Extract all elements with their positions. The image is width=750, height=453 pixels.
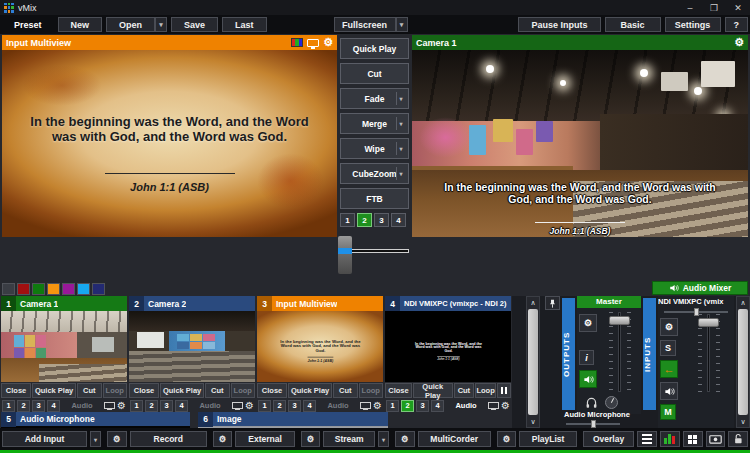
bank-4-button[interactable]: 4 <box>391 213 406 227</box>
overlay-3-button[interactable]: 3 <box>288 400 301 412</box>
cut-button[interactable]: Cut <box>205 383 229 398</box>
snapshot-button[interactable] <box>706 431 726 447</box>
audio-meters-button[interactable] <box>660 431 680 447</box>
audio-toggle[interactable]: Audio <box>190 401 230 410</box>
close-button[interactable]: Close <box>257 383 287 398</box>
quick-play-button[interactable]: Quick Play <box>160 383 204 398</box>
close-button[interactable]: ✕ <box>726 3 750 13</box>
gear-icon[interactable]: ⚙ <box>734 37 744 48</box>
input-3-thumbnail[interactable]: In the beginning was the Word, and the W… <box>257 311 383 382</box>
overlay-4-button[interactable]: 4 <box>431 400 444 412</box>
stream-dropdown[interactable]: ▾ <box>378 431 389 447</box>
gear-icon[interactable]: ⚙ <box>373 401 382 411</box>
monitor-icon[interactable] <box>232 402 243 409</box>
preset-button[interactable]: Preset <box>0 20 56 30</box>
bank-2-button[interactable]: 2 <box>357 213 372 227</box>
input-2-thumbnail[interactable] <box>129 311 255 382</box>
open-dropdown[interactable]: ▾ <box>155 17 167 32</box>
fullscreen-monitor-icon[interactable] <box>307 39 319 47</box>
add-input-dropdown[interactable]: ▾ <box>90 431 101 447</box>
overlay-4-button[interactable]: 4 <box>47 400 60 412</box>
bank-3-button[interactable]: 3 <box>374 213 389 227</box>
gear-icon[interactable]: ⚙ <box>117 401 126 411</box>
input-1-header[interactable]: 1 Camera 1 <box>1 296 127 311</box>
audio-toggle[interactable]: Audio <box>318 401 358 410</box>
gear-icon[interactable]: ⚙ <box>579 314 597 332</box>
quick-play-button[interactable]: Quick Play <box>340 38 409 59</box>
preview-video[interactable]: In the beginning was the Word, and the W… <box>2 50 337 237</box>
cut-button[interactable]: Cut <box>77 383 101 398</box>
monitor-icon[interactable] <box>360 402 371 409</box>
color-swatch-orange[interactable] <box>47 283 60 295</box>
layout-grid-button[interactable] <box>683 431 703 447</box>
headphones-icon[interactable] <box>585 396 598 409</box>
fade-button[interactable]: Fade▾ <box>340 88 409 109</box>
color-swatch-gray[interactable] <box>2 283 15 295</box>
speaker-button[interactable] <box>660 382 678 400</box>
cut-button[interactable]: Cut <box>340 63 409 84</box>
overlay-1-button[interactable]: 1 <box>2 400 15 412</box>
fullscreen-dropdown[interactable]: ▾ <box>396 17 408 32</box>
maximize-button[interactable]: ❐ <box>702 3 726 13</box>
overlay-2-button[interactable]: 2 <box>145 400 158 412</box>
scroll-down-icon[interactable]: ∨ <box>530 416 535 427</box>
monitor-icon[interactable] <box>488 402 499 409</box>
tbar-track[interactable] <box>351 249 409 253</box>
color-swatch-navy[interactable] <box>92 283 105 295</box>
overlay-2-button[interactable]: 2 <box>401 400 414 412</box>
open-button[interactable]: Open <box>106 17 155 32</box>
save-button[interactable]: Save <box>171 17 218 32</box>
close-button[interactable]: Close <box>1 383 31 398</box>
external-button[interactable]: External <box>235 431 294 447</box>
playlist-settings-gear-icon[interactable]: ⚙ <box>497 431 517 447</box>
monitor-icon[interactable] <box>104 402 115 409</box>
cut-button[interactable]: Cut <box>454 383 475 398</box>
settings-button[interactable]: Settings <box>665 17 721 32</box>
cut-button[interactable]: Cut <box>333 383 357 398</box>
overlay-3-button[interactable]: 3 <box>32 400 45 412</box>
overlay-4-button[interactable]: 4 <box>303 400 316 412</box>
quick-play-button[interactable]: Quick Play <box>413 383 453 398</box>
bank-1-button[interactable]: 1 <box>340 213 355 227</box>
add-input-button[interactable]: Add Input <box>2 431 87 447</box>
overlay-1-button[interactable]: 1 <box>130 400 143 412</box>
fader-handle[interactable] <box>698 318 719 327</box>
scrollbar-thumb[interactable] <box>738 309 748 415</box>
inputs-scrollbar[interactable]: ∧ ∨ <box>526 296 540 428</box>
mic-pan-slider[interactable] <box>566 420 620 428</box>
fader-handle[interactable] <box>609 316 630 325</box>
lock-button[interactable] <box>728 431 748 447</box>
overlay-2-button[interactable]: 2 <box>273 400 286 412</box>
audio-toggle[interactable]: Audio <box>62 401 102 410</box>
color-swatch-red[interactable] <box>17 283 30 295</box>
audio-toggle[interactable]: Audio <box>446 401 486 410</box>
loop-button[interactable]: Loop <box>359 383 383 398</box>
help-button[interactable]: ? <box>725 17 749 32</box>
gear-icon[interactable]: ⚙ <box>323 37 333 48</box>
color-swatch-blue[interactable] <box>77 283 90 295</box>
input-3-header[interactable]: 3 Input Multiview <box>257 296 383 311</box>
input-2-header[interactable]: 2 Camera 2 <box>129 296 255 311</box>
overlay-3-button[interactable]: 3 <box>160 400 173 412</box>
gear-icon[interactable]: ⚙ <box>660 318 678 336</box>
fullscreen-button[interactable]: Fullscreen <box>334 17 396 32</box>
multicorder-settings-gear-icon[interactable]: ⚙ <box>395 431 415 447</box>
loop-button[interactable]: Loop <box>475 383 496 398</box>
scroll-down-icon[interactable]: ∨ <box>740 416 745 427</box>
stream-button[interactable]: Stream <box>323 431 375 447</box>
input-4-header[interactable]: 4 NDI VMIXPC (vmixpc - NDI 2) <box>385 296 511 311</box>
playlist-button[interactable]: PlayList <box>519 431 576 447</box>
mixer-scrollbar[interactable]: ∧ ∨ <box>736 296 750 428</box>
overlay-4-button[interactable]: 4 <box>175 400 188 412</box>
wipe-button[interactable]: Wipe▾ <box>340 138 409 159</box>
solo-button[interactable]: S <box>660 340 676 356</box>
colorbars-icon[interactable] <box>291 38 303 47</box>
record-button[interactable]: Record <box>130 431 207 447</box>
multicorder-button[interactable]: MultiCorder <box>418 431 491 447</box>
external-settings-gear-icon[interactable]: ⚙ <box>213 431 233 447</box>
loop-button[interactable]: Loop <box>231 383 255 398</box>
mute-button[interactable]: M <box>660 404 676 420</box>
minimize-button[interactable]: – <box>678 3 702 13</box>
pan-handle[interactable] <box>591 420 596 428</box>
stream-settings-gear-icon[interactable]: ⚙ <box>301 431 321 447</box>
